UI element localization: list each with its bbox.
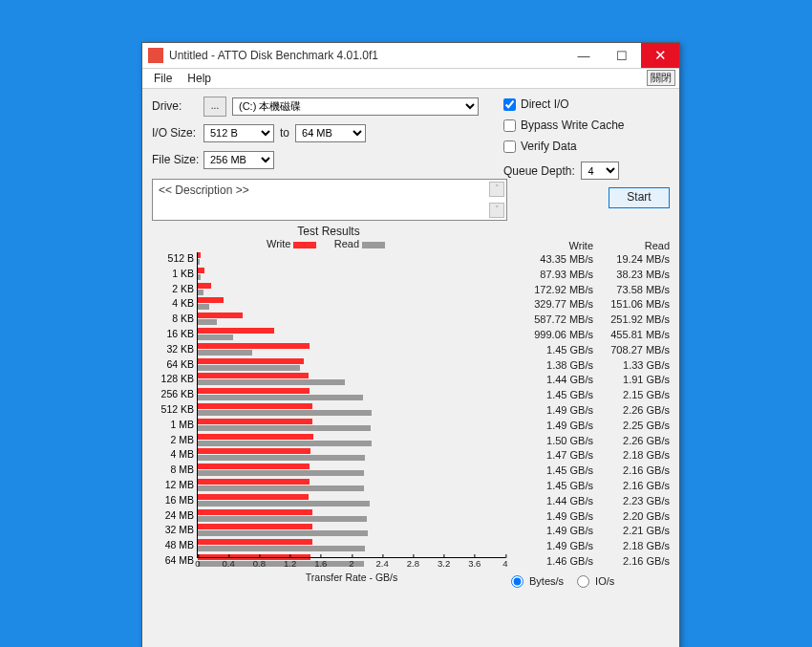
write-bar [198,358,304,364]
write-value: 1.46 GB/s [517,554,593,570]
chart-row-label: 8 MB [152,463,194,478]
write-value: 329.77 MB/s [517,297,593,313]
chart-row: 128 KB [152,372,505,387]
col-read-header: Read [593,240,670,251]
chart-row-label: 16 KB [152,327,194,342]
axis-tick: 4 [502,558,507,569]
bypass-checkbox[interactable] [503,119,516,132]
start-button[interactable]: Start [609,187,670,208]
write-bar [198,539,312,545]
verify-checkbox[interactable] [503,140,516,153]
menu-file[interactable]: File [146,71,180,86]
chart-row: 24 MB [152,508,505,524]
read-value: 251.92 MB/s [593,313,670,328]
read-value: 2.18 GB/s [593,448,670,464]
write-bar [198,283,211,289]
write-bar [198,434,313,440]
axis-tick: 1.2 [284,558,296,569]
write-bar [198,419,312,424]
read-bar [198,530,368,536]
description-box[interactable]: << Description >> ˄ ˅ [152,179,507,221]
read-bar [198,319,217,325]
queuedepth-select[interactable]: 4 [581,162,619,180]
axis-tick: 1.6 [314,558,327,569]
result-row: 329.77 MB/s151.06 MB/s [505,297,670,313]
result-row: 87.93 MB/s38.23 MB/s [505,268,670,283]
read-value: 19.24 MB/s [593,252,670,268]
chart-row: 16 KB [152,327,505,342]
read-bar [198,485,364,491]
read-value: 2.26 GB/s [593,403,670,419]
read-value: 1.33 GB/s [593,358,670,374]
chart-row: 256 KB [152,387,505,402]
chart-row-label: 16 MB [152,493,194,508]
close-jp-button[interactable]: 關閉 [647,70,675,86]
write-bar [198,464,310,469]
chart-row: 8 KB [152,312,505,327]
write-value: 1.45 GB/s [517,464,593,479]
desc-scroll-down[interactable]: ˅ [489,203,504,218]
write-value: 1.47 GB/s [517,448,593,464]
chart-row: 64 KB [152,357,505,373]
write-bar [198,388,310,394]
directio-checkbox[interactable] [503,98,516,111]
result-row: 1.49 GB/s2.21 GB/s [505,524,670,539]
axis-tick: 2 [349,558,353,569]
titlebar[interactable]: Untitled - ATTO Disk Benchmark 4.01.0f1 … [142,43,679,69]
result-row: 1.49 GB/s2.20 GB/s [505,509,670,525]
close-button[interactable]: ✕ [641,43,679,68]
chart-row-label: 24 MB [152,508,194,524]
write-value: 87.93 MB/s [517,268,593,283]
read-value: 73.58 MB/s [593,283,670,298]
result-row: 1.45 GB/s2.15 GB/s [505,388,670,403]
write-bar [198,448,310,454]
chart-row-label: 64 MB [152,553,194,569]
read-value: 2.25 GB/s [593,419,670,434]
chart-row: 512 B [152,251,505,267]
description-placeholder: << Description >> [159,183,249,197]
iosize-to-select[interactable]: 64 MB [295,124,366,142]
read-bar [198,455,365,461]
read-value: 38.23 MB/s [593,268,670,283]
chart-row: 32 KB [152,342,505,357]
chart-row: 1 MB [152,418,505,433]
menu-help[interactable]: Help [180,71,219,86]
ios-radio[interactable] [577,575,589,588]
legend-write-label: Write [267,238,290,249]
write-bar [198,479,310,485]
drive-browse-button[interactable]: ... [203,97,226,117]
chart-row-label: 1 MB [152,418,194,433]
chart-row-label: 32 KB [152,342,194,357]
legend-write-swatch [293,242,316,248]
chart-row: 48 MB [152,538,505,553]
write-bar [198,313,243,318]
write-value: 1.45 GB/s [517,388,593,403]
legend-read-label: Read [334,238,359,249]
minimize-button[interactable]: ― [565,43,603,68]
write-bar [198,373,309,378]
desc-scroll-up[interactable]: ˄ [489,182,504,197]
chart-row-label: 4 KB [152,296,194,312]
bytes-radio[interactable] [511,575,524,588]
window-title: Untitled - ATTO Disk Benchmark 4.01.0f1 [169,49,565,62]
read-value: 1.91 GB/s [593,373,670,388]
read-value: 708.27 MB/s [593,343,670,358]
result-row: 172.92 MB/s73.58 MB/s [505,283,670,298]
chart-row-label: 8 KB [152,312,194,327]
write-bar [198,268,204,273]
maximize-button[interactable]: ☐ [603,43,641,68]
read-bar [198,304,209,310]
write-value: 587.72 MB/s [517,313,593,328]
iosize-from-select[interactable]: 512 B [203,124,274,142]
chart-pane: Test Results Write Read 512 B1 KB2 KB4 K… [152,225,505,588]
ios-label: IO/s [595,575,614,587]
axis-tick: 3.2 [438,558,450,569]
read-value: 455.81 MB/s [593,328,670,343]
menubar: File Help 關閉 [142,69,679,89]
drive-select[interactable]: (C:) 本機磁碟 [232,97,479,116]
write-value: 1.49 GB/s [517,524,593,539]
result-row: 1.49 GB/s2.18 GB/s [505,539,670,554]
read-bar [198,546,365,551]
result-row: 1.50 GB/s2.26 GB/s [505,434,670,449]
filesize-select[interactable]: 256 MB [203,151,274,169]
